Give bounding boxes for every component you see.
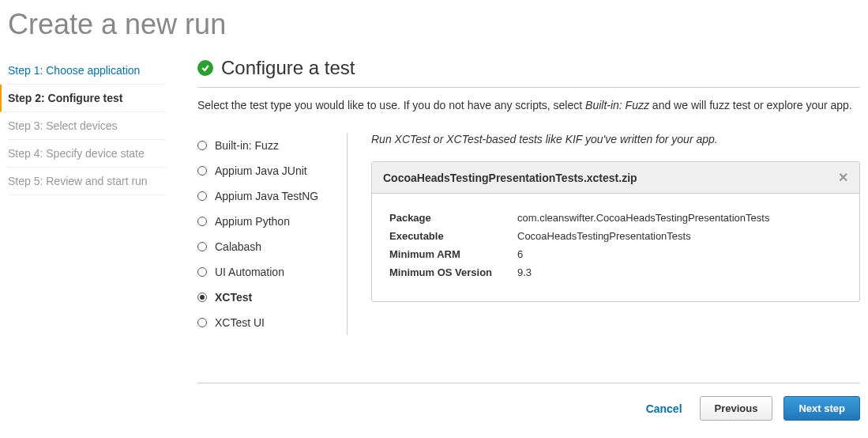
test-hint: Run XCTest or XCTest-based tests like KI… xyxy=(371,133,860,145)
close-icon[interactable]: ✕ xyxy=(838,170,848,185)
info-value: com.cleanswifter.CocoaHeadsTestingPresen… xyxy=(517,210,842,226)
test-type-label: Calabash xyxy=(215,240,261,253)
test-type-label: Appium Java JUnit xyxy=(215,164,307,177)
radio-icon xyxy=(197,217,207,226)
info-label: Executable xyxy=(389,228,516,244)
test-type-label: Built-in: Fuzz xyxy=(215,139,279,152)
test-type-builtin-fuzz[interactable]: Built-in: Fuzz xyxy=(197,133,347,158)
radio-icon xyxy=(197,166,207,176)
radio-icon xyxy=(197,318,207,327)
action-bar: Cancel Previous Next step xyxy=(197,383,860,421)
description-emphasis: Built-in: Fuzz xyxy=(585,99,649,111)
info-label: Package xyxy=(389,210,516,226)
info-value: CocoaHeadsTestingPresentationTests xyxy=(517,228,842,244)
info-label: Minimum ARM xyxy=(389,246,516,262)
previous-button[interactable]: Previous xyxy=(700,396,773,421)
package-filename: CocoaHeadsTestingPresentationTests.xctes… xyxy=(383,172,637,184)
radio-icon xyxy=(197,141,207,150)
info-value: 9.3 xyxy=(517,264,842,281)
radio-icon xyxy=(197,267,207,277)
description-text: and we will fuzz test or explore your ap… xyxy=(649,99,852,111)
test-type-label: Appium Python xyxy=(215,215,290,228)
test-type-appium-java-testng[interactable]: Appium Java TestNG xyxy=(197,183,347,209)
step-configure-test[interactable]: Step 2: Configure test xyxy=(0,85,166,112)
test-type-xctest[interactable]: XCTest xyxy=(197,285,347,310)
step-label: Step 3: Select devices xyxy=(8,119,118,132)
table-row: Package com.cleanswifter.CocoaHeadsTesti… xyxy=(389,210,842,226)
section-title: Configure a test xyxy=(221,57,355,79)
package-box: CocoaHeadsTestingPresentationTests.xctes… xyxy=(371,161,860,302)
radio-icon xyxy=(197,191,207,201)
info-label: Minimum OS Version xyxy=(389,264,516,281)
test-type-label: UI Automation xyxy=(215,266,284,278)
table-row: Minimum OS Version 9.3 xyxy=(389,264,842,281)
check-icon xyxy=(197,60,213,76)
radio-icon xyxy=(197,242,207,251)
step-label: Step 1: Choose application xyxy=(8,64,140,77)
step-label: Step 5: Review and start run xyxy=(8,175,148,187)
description-text: Select the test type you would like to u… xyxy=(197,99,585,111)
step-label: Step 2: Configure test xyxy=(8,92,122,104)
steps-sidebar: Step 1: Choose application Step 2: Confi… xyxy=(8,57,174,421)
test-type-xctest-ui[interactable]: XCTest UI xyxy=(197,310,347,335)
info-value: 6 xyxy=(517,246,842,262)
test-type-label: Appium Java TestNG xyxy=(215,190,318,202)
section-description: Select the test type you would like to u… xyxy=(197,97,860,114)
table-row: Executable CocoaHeadsTestingPresentation… xyxy=(389,228,842,244)
step-select-devices[interactable]: Step 3: Select devices xyxy=(8,112,166,140)
step-choose-application[interactable]: Step 1: Choose application xyxy=(8,57,166,85)
package-info-table: Package com.cleanswifter.CocoaHeadsTesti… xyxy=(388,208,844,282)
next-step-button[interactable]: Next step xyxy=(783,396,860,421)
page-title: Create a new run xyxy=(8,0,860,57)
radio-icon xyxy=(197,293,207,302)
step-label: Step 4: Specify device state xyxy=(8,147,145,160)
test-type-ui-automation[interactable]: UI Automation xyxy=(197,259,347,285)
table-row: Minimum ARM 6 xyxy=(389,246,842,262)
step-specify-device-state[interactable]: Step 4: Specify device state xyxy=(8,140,166,168)
test-type-calabash[interactable]: Calabash xyxy=(197,234,347,259)
test-type-label: XCTest UI xyxy=(215,316,265,329)
test-type-appium-java-junit[interactable]: Appium Java JUnit xyxy=(197,158,347,183)
test-type-list: Built-in: Fuzz Appium Java JUnit Appium … xyxy=(197,133,348,335)
cancel-button[interactable]: Cancel xyxy=(640,398,689,420)
test-type-appium-python[interactable]: Appium Python xyxy=(197,209,347,234)
test-type-label: XCTest xyxy=(215,291,252,304)
step-review-start-run[interactable]: Step 5: Review and start run xyxy=(8,168,166,195)
